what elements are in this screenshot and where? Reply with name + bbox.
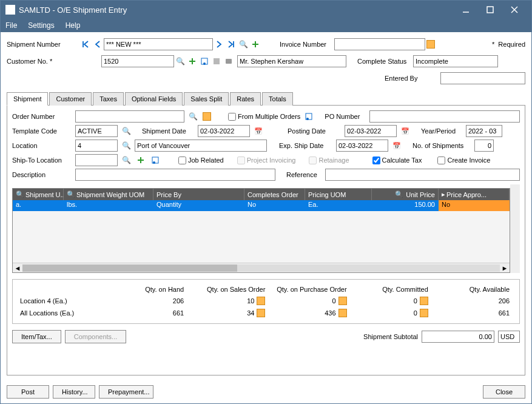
- window-title: SAMLTD - O/E Shipment Entry: [19, 5, 454, 15]
- currency-display: [498, 331, 520, 343]
- drill-icon[interactable]: [420, 309, 428, 317]
- location-input[interactable]: [75, 140, 118, 152]
- order-finder-icon[interactable]: 🔍: [187, 111, 198, 122]
- app-icon: [5, 5, 15, 15]
- close-button[interactable]: [502, 1, 527, 19]
- tab-strip: Shipment Customer Taxes Optional Fields …: [7, 92, 525, 106]
- tab-rates[interactable]: Rates: [230, 92, 261, 106]
- shipment-subtotal-label: Shipment Subtotal: [363, 333, 418, 340]
- location-label: Location: [12, 142, 73, 149]
- item-tax-button[interactable]: Item/Tax...: [12, 330, 61, 343]
- no-shipments-label: No. of Shipments: [412, 142, 472, 149]
- posting-date-label: Posting Date: [288, 127, 342, 135]
- customer-zoom-icon[interactable]: [211, 56, 222, 67]
- create-invoice-checkbox[interactable]: Create Invoice: [437, 157, 490, 164]
- customer-no-label: Customer No. *: [7, 58, 79, 65]
- menu-settings[interactable]: Settings: [28, 21, 54, 30]
- svg-point-13: [306, 118, 309, 120]
- posting-date-calendar-icon[interactable]: 📅: [400, 126, 411, 136]
- template-finder-icon[interactable]: 🔍: [121, 126, 132, 136]
- required-asterisk: *: [492, 41, 498, 48]
- post-button[interactable]: Post: [7, 385, 49, 399]
- customer-name-display: [237, 55, 346, 67]
- multi-orders-zoom-icon[interactable]: [303, 111, 314, 122]
- drill-icon[interactable]: [420, 297, 428, 305]
- shipment-number-input[interactable]: [104, 38, 213, 50]
- qty-committed-label: Qty. Committed: [349, 284, 431, 294]
- shipto-zoom-icon[interactable]: [150, 155, 161, 166]
- tab-sales-split[interactable]: Sales Split: [184, 92, 229, 106]
- order-number-input[interactable]: [75, 110, 184, 123]
- entered-by-label: Entered By: [385, 75, 440, 82]
- qty-location-label: Location 4 (Ea.): [20, 297, 105, 305]
- qty-on-po-label: Qty. on Purchase Order: [268, 284, 349, 294]
- components-button: Components...: [65, 330, 127, 343]
- year-period-display: [466, 125, 502, 137]
- no-shipments-display: [474, 140, 494, 152]
- shipment-date-input[interactable]: [198, 125, 250, 137]
- exp-ship-date-input[interactable]: [336, 140, 388, 152]
- prepayment-button[interactable]: Prepayment...: [99, 385, 153, 399]
- template-code-input[interactable]: [75, 125, 118, 137]
- customer-credit-icon[interactable]: [223, 56, 234, 67]
- shipment-date-calendar-icon[interactable]: 📅: [253, 126, 264, 136]
- customer-no-input[interactable]: [101, 55, 174, 67]
- first-record-icon[interactable]: [80, 39, 91, 50]
- menu-file[interactable]: File: [5, 21, 17, 30]
- shipment-date-label: Shipment Date: [142, 127, 195, 135]
- posting-date-input[interactable]: [345, 125, 397, 137]
- menu-help[interactable]: Help: [66, 21, 81, 30]
- tab-customer[interactable]: Customer: [49, 92, 92, 106]
- po-number-label: PO Number: [325, 113, 367, 120]
- exp-ship-calendar-icon[interactable]: 📅: [391, 140, 402, 151]
- entered-by-display: [440, 72, 525, 84]
- order-drill-icon[interactable]: [203, 112, 211, 121]
- history-button[interactable]: History...: [53, 385, 95, 399]
- location-finder-icon[interactable]: 🔍: [121, 140, 132, 151]
- qty-on-so-label: Qty. on Sales Order: [186, 284, 268, 294]
- tab-optional-fields[interactable]: Optional Fields: [125, 92, 183, 106]
- from-multiple-orders-checkbox[interactable]: From Multiple Orders: [228, 113, 300, 121]
- finder-icon[interactable]: 🔍: [238, 39, 249, 50]
- ship-to-location-label: Ship-To Location: [12, 157, 73, 164]
- last-record-icon[interactable]: [226, 39, 237, 50]
- close-button[interactable]: Close: [483, 385, 525, 399]
- retainage-checkbox: Retainage: [309, 157, 349, 164]
- drill-icon[interactable]: [338, 297, 347, 305]
- customer-new-icon[interactable]: [187, 56, 198, 67]
- scroll-left-icon[interactable]: ◄: [13, 264, 22, 272]
- prev-record-icon[interactable]: [92, 39, 103, 50]
- maximize-button[interactable]: [478, 1, 502, 19]
- job-related-checkbox[interactable]: Job Related: [178, 157, 224, 164]
- tab-totals[interactable]: Totals: [262, 92, 293, 106]
- description-input[interactable]: [75, 169, 275, 181]
- calculate-tax-checkbox[interactable]: Calculate Tax: [372, 157, 422, 164]
- scroll-right-icon[interactable]: ►: [500, 264, 510, 272]
- tab-shipment[interactable]: Shipment: [7, 92, 48, 106]
- po-number-input[interactable]: [369, 110, 520, 123]
- minimize-button[interactable]: [454, 1, 478, 19]
- grid-vscrollbar[interactable]: [510, 184, 520, 273]
- grid-row[interactable]: a. lbs. Quantity No Ea. 150.00 No: [13, 200, 510, 211]
- shipto-finder-icon[interactable]: 🔍: [121, 155, 132, 166]
- drill-icon[interactable]: [257, 309, 265, 317]
- next-record-icon[interactable]: [214, 39, 224, 50]
- drill-icon[interactable]: [338, 309, 347, 317]
- grid-hscrollbar[interactable]: ◄ ►: [13, 263, 510, 272]
- qty-on-hand-label: Qty. on Hand: [105, 284, 186, 294]
- customer-inquiry-icon[interactable]: [199, 56, 210, 67]
- ship-to-location-input[interactable]: [75, 154, 118, 166]
- detail-grid[interactable]: 🔍Shipment U... 🔍Shipment Weight UOM Pric…: [12, 188, 510, 273]
- drill-icon[interactable]: [257, 297, 265, 305]
- quantity-panel: Qty. on Hand Qty. on Sales Order Qty. on…: [12, 279, 520, 324]
- shipto-new-icon[interactable]: [135, 155, 146, 166]
- invoice-number-input[interactable]: [334, 38, 425, 50]
- menubar: File Settings Help: [1, 19, 531, 32]
- new-icon[interactable]: [250, 39, 261, 50]
- svg-rect-10: [214, 58, 220, 64]
- reference-input[interactable]: [325, 169, 520, 181]
- tab-taxes[interactable]: Taxes: [93, 92, 124, 106]
- drill-icon[interactable]: [426, 40, 435, 49]
- customer-finder-icon[interactable]: 🔍: [175, 56, 186, 67]
- invoice-number-label: Invoice Number: [280, 41, 334, 48]
